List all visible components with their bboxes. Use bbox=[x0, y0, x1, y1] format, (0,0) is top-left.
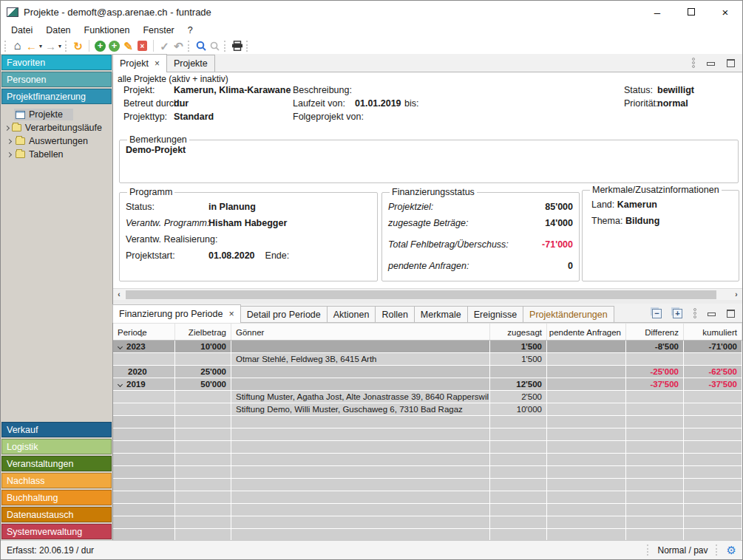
search-button[interactable] bbox=[194, 38, 208, 53]
tab-projektaenderungen[interactable]: Projektänderungen bbox=[523, 306, 614, 322]
table-header-row: Periode Zielbetrag Gönner zugesagt pende… bbox=[113, 324, 742, 341]
tree-item-projekte[interactable]: Projekte bbox=[1, 108, 112, 121]
column-header-pendente-anfragen[interactable]: pendente Anfragen bbox=[547, 324, 626, 340]
tab-aktionen[interactable]: Aktionen bbox=[327, 306, 376, 322]
pane-minimize-icon[interactable] bbox=[708, 313, 716, 316]
menu-funktionen[interactable]: Funktionen bbox=[78, 23, 137, 38]
minimize-button[interactable]: – bbox=[640, 1, 674, 23]
scroll-right-icon[interactable]: › bbox=[730, 290, 742, 298]
close-button[interactable]: × bbox=[708, 1, 742, 23]
menu-fenster[interactable]: Fenster bbox=[136, 23, 180, 38]
main-area: Projekt × Projekte alle Projekte (aktiv … bbox=[113, 54, 742, 540]
table-row-group-2020[interactable]: 2020 25'000 -25'000 -62'500 bbox=[113, 366, 742, 378]
edit-button[interactable]: ✎ bbox=[121, 38, 135, 53]
tab-projekte[interactable]: Projekte bbox=[166, 55, 215, 72]
menu-help[interactable]: ? bbox=[181, 23, 200, 38]
column-header-zugesagt[interactable]: zugesagt bbox=[490, 324, 547, 340]
tree-item-auswertungen[interactable]: Auswertungen bbox=[1, 134, 112, 148]
toolbar-grip[interactable] bbox=[65, 41, 69, 52]
scrollbar-thumb[interactable] bbox=[126, 290, 716, 299]
sidebar-section-favoriten[interactable]: Favoriten bbox=[1, 55, 112, 70]
maximize-button[interactable] bbox=[674, 1, 708, 23]
add-button[interactable]: + bbox=[93, 38, 107, 53]
chevron-right-icon[interactable] bbox=[4, 125, 10, 130]
toolbar-grip[interactable] bbox=[188, 41, 191, 52]
sidebar-section-datenaustausch[interactable]: Datenaustausch bbox=[1, 507, 112, 522]
tab-rollen[interactable]: Rollen bbox=[375, 306, 414, 322]
sidebar-section-label: Veranstaltungen bbox=[7, 459, 73, 469]
collapse-all-icon[interactable]: − bbox=[652, 309, 662, 318]
undo-button[interactable]: ↶ bbox=[172, 38, 186, 53]
column-header-zielbetrag[interactable]: Zielbetrag bbox=[175, 324, 231, 340]
tab-close-icon[interactable]: × bbox=[155, 58, 160, 69]
sidebar-section-verkauf[interactable]: Verkauf bbox=[1, 422, 112, 437]
chevron-right-icon[interactable] bbox=[7, 138, 12, 143]
forward-dropdown-caret-icon[interactable]: ▾ bbox=[58, 43, 61, 49]
pane-menu-icon[interactable] bbox=[692, 58, 695, 68]
tab-merkmale[interactable]: Merkmale bbox=[414, 306, 468, 322]
sidebar-section-nachlass[interactable]: Nachlass bbox=[1, 473, 112, 488]
column-header-periode[interactable]: Periode bbox=[113, 324, 175, 340]
scroll-left-icon[interactable]: ‹ bbox=[113, 290, 125, 298]
financing-table: Periode Zielbetrag Gönner zugesagt pende… bbox=[113, 323, 742, 540]
menu-daten[interactable]: Daten bbox=[39, 23, 77, 38]
status-value: bewilligt bbox=[657, 85, 694, 95]
table-row-group-2019[interactable]: 2019 50'000 12'500 -37'500 -37'500 bbox=[113, 378, 742, 391]
sidebar-section-veranstaltungen[interactable]: Veranstaltungen bbox=[1, 456, 112, 471]
expand-all-icon[interactable]: + bbox=[673, 309, 682, 318]
expander-down-icon[interactable] bbox=[118, 344, 123, 349]
chevron-right-icon[interactable] bbox=[7, 151, 12, 157]
print-button[interactable] bbox=[230, 38, 244, 53]
settings-gear-icon[interactable]: ⚙ bbox=[727, 544, 736, 556]
tree-item-tabellen[interactable]: Tabellen bbox=[1, 148, 112, 161]
confirm-button[interactable]: ✓ bbox=[157, 38, 172, 53]
sidebar-section-personen[interactable]: Personen bbox=[1, 72, 112, 87]
pane-menu-icon[interactable] bbox=[693, 308, 696, 318]
sidebar-section-buchhaltung[interactable]: Buchhaltung bbox=[1, 490, 112, 505]
sidebar-section-label: Nachlass bbox=[7, 476, 44, 486]
refresh-button[interactable]: ↻ bbox=[71, 38, 85, 53]
zugesagt-value: 12'500 bbox=[490, 378, 547, 390]
column-header-goenner[interactable]: Gönner bbox=[231, 324, 490, 340]
toolbar-grip[interactable] bbox=[4, 41, 8, 52]
tree-item-label: Verarbeitungsläufe bbox=[21, 123, 102, 133]
tab-close-icon[interactable]: × bbox=[228, 309, 234, 319]
delete-button[interactable]: × bbox=[135, 38, 149, 53]
sidebar-section-label: Personen bbox=[7, 75, 47, 85]
table-row-detail[interactable]: Stiftung Muster, Agatha Jost, Alte Jonas… bbox=[113, 391, 742, 403]
forward-button[interactable]: → bbox=[44, 38, 58, 53]
tab-detail-pro-periode[interactable]: Detail pro Periode bbox=[240, 306, 328, 322]
status-bar: Erfasst: 20.06.19 / dur Normal / pav ⚙ bbox=[1, 540, 742, 559]
column-header-differenz[interactable]: Differenz bbox=[626, 324, 684, 340]
search-secondary-button[interactable] bbox=[208, 38, 222, 53]
sidebar-section-logistik[interactable]: Logistik bbox=[1, 439, 112, 454]
menu-bar: Datei Daten Funktionen Fenster ? bbox=[1, 23, 742, 38]
horizontal-scrollbar[interactable]: ‹ › bbox=[113, 288, 742, 300]
sidebar-section-systemverwaltung[interactable]: Systemverwaltung bbox=[1, 524, 112, 539]
pane-maximize-icon[interactable] bbox=[727, 59, 735, 67]
back-button[interactable]: ← bbox=[24, 38, 38, 53]
expander-down-icon[interactable] bbox=[118, 381, 123, 386]
sidebar-section-projektfinanzierung[interactable]: Projektfinanzierung bbox=[1, 89, 112, 104]
tree-item-verarbeitungslaeufe[interactable]: Verarbeitungsläufe bbox=[1, 121, 112, 134]
back-dropdown-caret-icon[interactable]: ▾ bbox=[39, 43, 42, 49]
tab-ereignisse[interactable]: Ereignisse bbox=[467, 306, 523, 322]
table-row-empty bbox=[113, 516, 742, 529]
pane-minimize-icon[interactable] bbox=[707, 62, 715, 66]
tab-projekt[interactable]: Projekt × bbox=[112, 54, 167, 72]
home-button[interactable]: ⌂ bbox=[10, 38, 24, 53]
tab-finanzierung-pro-periode[interactable]: Finanzierung pro Periode × bbox=[112, 304, 241, 323]
sidebar-bottom-sections: Verkauf Logistik Veranstaltungen Nachlas… bbox=[1, 421, 112, 540]
menu-datei[interactable]: Datei bbox=[4, 23, 39, 38]
table-row-detail[interactable]: Stiftung Demo, Willi Muster, Guschaweg 6… bbox=[113, 403, 742, 416]
table-row-detail[interactable]: Otmar Stehlé, Feldweg 3B, 6415 Arth 1'50… bbox=[113, 353, 742, 366]
add-copy-button[interactable]: + bbox=[107, 38, 121, 53]
column-header-kumuliert[interactable]: kumuliert bbox=[684, 324, 742, 340]
table-row-group-2023[interactable]: 2023 10'000 1'500 -8'500 -71'000 bbox=[113, 341, 742, 353]
toolbar-grip[interactable] bbox=[246, 41, 250, 52]
pane-maximize-icon[interactable] bbox=[727, 310, 735, 318]
toolbar-grip[interactable] bbox=[224, 41, 228, 52]
view-subtitle: alle Projekte (aktiv + inaktiv) bbox=[118, 74, 228, 84]
kumuliert-value: -62'500 bbox=[684, 366, 742, 378]
laufzeit-value: 01.01.2019 bbox=[355, 98, 401, 109]
